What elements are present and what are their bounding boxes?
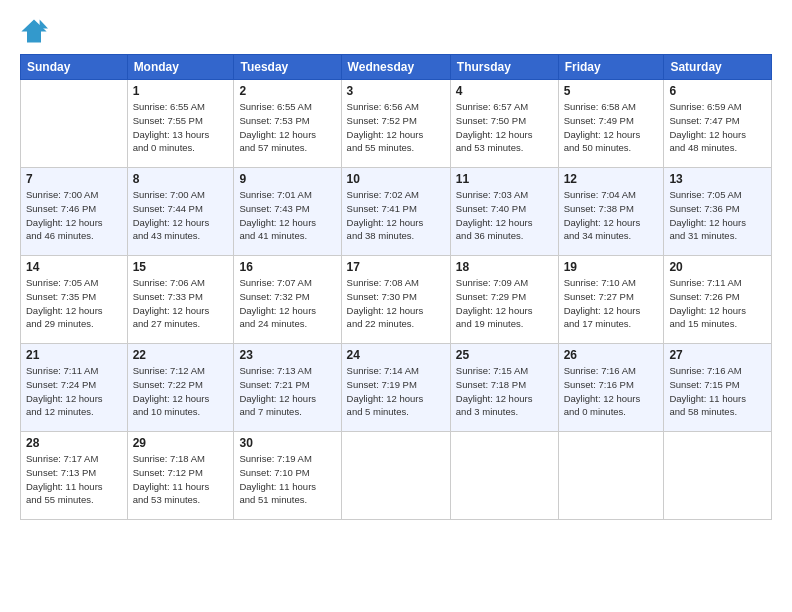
calendar-day-cell: 9Sunrise: 7:01 AM Sunset: 7:43 PM Daylig… — [234, 168, 341, 256]
header — [20, 16, 772, 44]
calendar-day-cell: 18Sunrise: 7:09 AM Sunset: 7:29 PM Dayli… — [450, 256, 558, 344]
weekday-header: Saturday — [664, 55, 772, 80]
weekday-header: Sunday — [21, 55, 128, 80]
day-number: 5 — [564, 84, 659, 98]
day-number: 27 — [669, 348, 766, 362]
calendar-day-cell: 15Sunrise: 7:06 AM Sunset: 7:33 PM Dayli… — [127, 256, 234, 344]
svg-marker-0 — [21, 20, 46, 43]
calendar-day-cell: 2Sunrise: 6:55 AM Sunset: 7:53 PM Daylig… — [234, 80, 341, 168]
calendar-day-cell: 24Sunrise: 7:14 AM Sunset: 7:19 PM Dayli… — [341, 344, 450, 432]
day-number: 16 — [239, 260, 335, 274]
day-info: Sunrise: 7:13 AM Sunset: 7:21 PM Dayligh… — [239, 364, 335, 419]
day-info: Sunrise: 6:59 AM Sunset: 7:47 PM Dayligh… — [669, 100, 766, 155]
calendar-empty-cell — [664, 432, 772, 520]
day-info: Sunrise: 7:04 AM Sunset: 7:38 PM Dayligh… — [564, 188, 659, 243]
svg-marker-1 — [40, 20, 48, 29]
calendar-day-cell: 26Sunrise: 7:16 AM Sunset: 7:16 PM Dayli… — [558, 344, 664, 432]
day-info: Sunrise: 7:00 AM Sunset: 7:44 PM Dayligh… — [133, 188, 229, 243]
calendar-day-cell: 21Sunrise: 7:11 AM Sunset: 7:24 PM Dayli… — [21, 344, 128, 432]
day-info: Sunrise: 7:19 AM Sunset: 7:10 PM Dayligh… — [239, 452, 335, 507]
calendar-day-cell: 8Sunrise: 7:00 AM Sunset: 7:44 PM Daylig… — [127, 168, 234, 256]
day-info: Sunrise: 7:11 AM Sunset: 7:26 PM Dayligh… — [669, 276, 766, 331]
calendar-day-cell: 1Sunrise: 6:55 AM Sunset: 7:55 PM Daylig… — [127, 80, 234, 168]
calendar-empty-cell — [341, 432, 450, 520]
day-info: Sunrise: 7:01 AM Sunset: 7:43 PM Dayligh… — [239, 188, 335, 243]
day-number: 4 — [456, 84, 553, 98]
weekday-header: Wednesday — [341, 55, 450, 80]
weekday-header: Tuesday — [234, 55, 341, 80]
day-number: 26 — [564, 348, 659, 362]
calendar-day-cell: 17Sunrise: 7:08 AM Sunset: 7:30 PM Dayli… — [341, 256, 450, 344]
day-number: 17 — [347, 260, 445, 274]
calendar-week-row: 1Sunrise: 6:55 AM Sunset: 7:55 PM Daylig… — [21, 80, 772, 168]
day-number: 29 — [133, 436, 229, 450]
calendar-table: SundayMondayTuesdayWednesdayThursdayFrid… — [20, 54, 772, 520]
calendar-day-cell: 28Sunrise: 7:17 AM Sunset: 7:13 PM Dayli… — [21, 432, 128, 520]
day-info: Sunrise: 7:05 AM Sunset: 7:35 PM Dayligh… — [26, 276, 122, 331]
calendar-day-cell: 12Sunrise: 7:04 AM Sunset: 7:38 PM Dayli… — [558, 168, 664, 256]
day-number: 22 — [133, 348, 229, 362]
day-number: 21 — [26, 348, 122, 362]
calendar-day-cell: 29Sunrise: 7:18 AM Sunset: 7:12 PM Dayli… — [127, 432, 234, 520]
day-number: 9 — [239, 172, 335, 186]
calendar-day-cell: 11Sunrise: 7:03 AM Sunset: 7:40 PM Dayli… — [450, 168, 558, 256]
day-number: 3 — [347, 84, 445, 98]
calendar-day-cell: 25Sunrise: 7:15 AM Sunset: 7:18 PM Dayli… — [450, 344, 558, 432]
calendar-header-row: SundayMondayTuesdayWednesdayThursdayFrid… — [21, 55, 772, 80]
calendar-empty-cell — [21, 80, 128, 168]
day-number: 14 — [26, 260, 122, 274]
day-number: 24 — [347, 348, 445, 362]
day-info: Sunrise: 6:55 AM Sunset: 7:55 PM Dayligh… — [133, 100, 229, 155]
day-number: 13 — [669, 172, 766, 186]
day-info: Sunrise: 7:16 AM Sunset: 7:15 PM Dayligh… — [669, 364, 766, 419]
day-info: Sunrise: 7:09 AM Sunset: 7:29 PM Dayligh… — [456, 276, 553, 331]
day-info: Sunrise: 7:10 AM Sunset: 7:27 PM Dayligh… — [564, 276, 659, 331]
calendar-day-cell: 22Sunrise: 7:12 AM Sunset: 7:22 PM Dayli… — [127, 344, 234, 432]
day-number: 1 — [133, 84, 229, 98]
day-number: 11 — [456, 172, 553, 186]
calendar-day-cell: 19Sunrise: 7:10 AM Sunset: 7:27 PM Dayli… — [558, 256, 664, 344]
day-info: Sunrise: 6:58 AM Sunset: 7:49 PM Dayligh… — [564, 100, 659, 155]
day-number: 7 — [26, 172, 122, 186]
day-info: Sunrise: 7:02 AM Sunset: 7:41 PM Dayligh… — [347, 188, 445, 243]
calendar-day-cell: 23Sunrise: 7:13 AM Sunset: 7:21 PM Dayli… — [234, 344, 341, 432]
day-info: Sunrise: 7:16 AM Sunset: 7:16 PM Dayligh… — [564, 364, 659, 419]
day-info: Sunrise: 7:08 AM Sunset: 7:30 PM Dayligh… — [347, 276, 445, 331]
calendar-day-cell: 13Sunrise: 7:05 AM Sunset: 7:36 PM Dayli… — [664, 168, 772, 256]
day-number: 28 — [26, 436, 122, 450]
calendar-day-cell: 20Sunrise: 7:11 AM Sunset: 7:26 PM Dayli… — [664, 256, 772, 344]
weekday-header: Monday — [127, 55, 234, 80]
day-info: Sunrise: 7:15 AM Sunset: 7:18 PM Dayligh… — [456, 364, 553, 419]
day-number: 23 — [239, 348, 335, 362]
day-number: 18 — [456, 260, 553, 274]
weekday-header: Thursday — [450, 55, 558, 80]
day-number: 2 — [239, 84, 335, 98]
calendar-week-row: 14Sunrise: 7:05 AM Sunset: 7:35 PM Dayli… — [21, 256, 772, 344]
logo — [20, 16, 52, 44]
weekday-header: Friday — [558, 55, 664, 80]
calendar-day-cell: 30Sunrise: 7:19 AM Sunset: 7:10 PM Dayli… — [234, 432, 341, 520]
calendar-empty-cell — [558, 432, 664, 520]
calendar-week-row: 7Sunrise: 7:00 AM Sunset: 7:46 PM Daylig… — [21, 168, 772, 256]
day-info: Sunrise: 6:56 AM Sunset: 7:52 PM Dayligh… — [347, 100, 445, 155]
calendar-day-cell: 16Sunrise: 7:07 AM Sunset: 7:32 PM Dayli… — [234, 256, 341, 344]
day-number: 15 — [133, 260, 229, 274]
day-info: Sunrise: 6:55 AM Sunset: 7:53 PM Dayligh… — [239, 100, 335, 155]
day-info: Sunrise: 7:18 AM Sunset: 7:12 PM Dayligh… — [133, 452, 229, 507]
day-info: Sunrise: 7:14 AM Sunset: 7:19 PM Dayligh… — [347, 364, 445, 419]
day-info: Sunrise: 7:12 AM Sunset: 7:22 PM Dayligh… — [133, 364, 229, 419]
calendar-day-cell: 14Sunrise: 7:05 AM Sunset: 7:35 PM Dayli… — [21, 256, 128, 344]
calendar-week-row: 21Sunrise: 7:11 AM Sunset: 7:24 PM Dayli… — [21, 344, 772, 432]
day-info: Sunrise: 7:05 AM Sunset: 7:36 PM Dayligh… — [669, 188, 766, 243]
calendar-day-cell: 5Sunrise: 6:58 AM Sunset: 7:49 PM Daylig… — [558, 80, 664, 168]
day-number: 19 — [564, 260, 659, 274]
calendar-week-row: 28Sunrise: 7:17 AM Sunset: 7:13 PM Dayli… — [21, 432, 772, 520]
day-info: Sunrise: 7:03 AM Sunset: 7:40 PM Dayligh… — [456, 188, 553, 243]
day-number: 6 — [669, 84, 766, 98]
day-number: 10 — [347, 172, 445, 186]
day-info: Sunrise: 7:17 AM Sunset: 7:13 PM Dayligh… — [26, 452, 122, 507]
day-info: Sunrise: 7:11 AM Sunset: 7:24 PM Dayligh… — [26, 364, 122, 419]
calendar-empty-cell — [450, 432, 558, 520]
calendar-day-cell: 4Sunrise: 6:57 AM Sunset: 7:50 PM Daylig… — [450, 80, 558, 168]
calendar-day-cell: 3Sunrise: 6:56 AM Sunset: 7:52 PM Daylig… — [341, 80, 450, 168]
